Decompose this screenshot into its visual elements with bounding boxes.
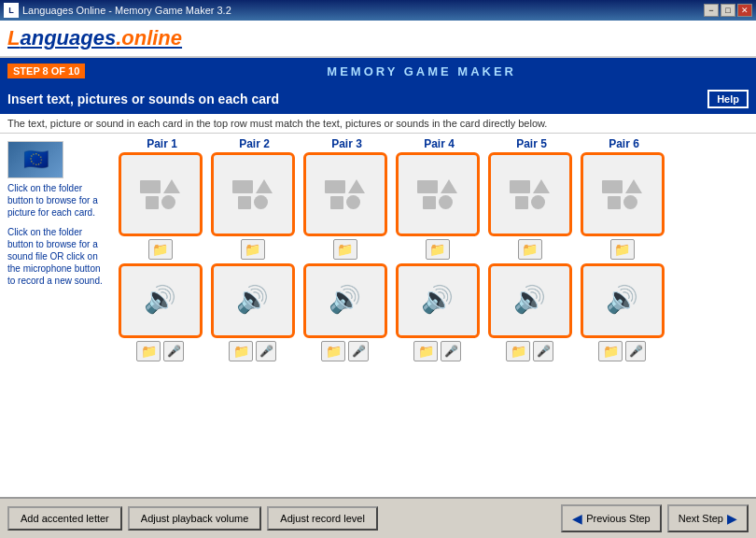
- mic-btn-6[interactable]: 🎤: [625, 341, 646, 361]
- pairs-header-row: Pair 1 Pair 2 Pair 3 Pair 4 Pair 5 Pair …: [116, 137, 752, 150]
- pic-folder-btn-6[interactable]: 📁: [610, 239, 635, 260]
- folder-icon: 📁: [418, 344, 434, 359]
- pic-folder-btn-3[interactable]: 📁: [333, 239, 357, 260]
- pic-card-4-buttons: 📁: [426, 239, 450, 260]
- microphone-icon: 🎤: [629, 345, 643, 358]
- folder-icon: 📁: [522, 242, 538, 257]
- adjust-playback-button[interactable]: Adjust playback volume: [128, 506, 262, 531]
- pic-card-4-image: [396, 152, 480, 236]
- sound-folder-btn-1[interactable]: 📁: [136, 341, 161, 361]
- next-arrow-icon: ▶: [727, 511, 737, 526]
- sound-wave-icon-5: 🔊: [513, 284, 546, 315]
- sound-wave-icon-3: 🔊: [329, 284, 361, 315]
- step-badge: STEP 8 OF 10: [7, 64, 85, 78]
- sidebar: 🇪🇺 Click on the folder button to browse …: [0, 134, 112, 497]
- mic-btn-2[interactable]: 🎤: [256, 341, 276, 361]
- logo-bar: Languages.online: [0, 21, 756, 58]
- folder-icon: 📁: [614, 242, 630, 257]
- mic-btn-5[interactable]: 🎤: [533, 341, 553, 361]
- close-button[interactable]: ✕: [737, 4, 752, 17]
- pic-folder-btn-5[interactable]: 📁: [518, 239, 542, 260]
- instruction-text: Insert text, pictures or sounds on each …: [7, 92, 707, 106]
- folder-icon: 📁: [511, 344, 526, 359]
- sound-wave-icon-6: 🔊: [606, 284, 638, 315]
- pair-header-5: Pair 5: [487, 137, 576, 150]
- sound-wave-icon-4: 🔊: [421, 284, 454, 315]
- app-icon: L: [4, 3, 19, 18]
- sound-card-5: 🔊 📁 🎤: [485, 263, 574, 361]
- sound-folder-btn-5[interactable]: 📁: [506, 341, 530, 361]
- logo-part2: anguages: [20, 26, 116, 50]
- sound-card-2-buttons: 📁 🎤: [229, 341, 276, 361]
- sound-wave-icon-2: 🔊: [236, 284, 269, 315]
- instruction-bar: Insert text, pictures or sounds on each …: [0, 84, 756, 114]
- microphone-icon: 🎤: [352, 345, 366, 358]
- sound-card-3: 🔊 📁 🎤: [301, 263, 389, 361]
- sound-folder-btn-4[interactable]: 📁: [413, 341, 438, 361]
- sound-card-4-area: 🔊: [396, 263, 480, 338]
- pic-card-1-image: [119, 152, 203, 236]
- folder-icon: 📁: [603, 344, 619, 359]
- step-bar: STEP 8 OF 10 MEMORY GAME MAKER: [0, 58, 756, 84]
- logo-part3: .online: [116, 26, 182, 50]
- pic-card-2: 📁: [208, 152, 297, 260]
- placeholder-shapes: [232, 179, 273, 209]
- placeholder-shapes: [602, 179, 642, 209]
- bottom-bar: Add accented letter Adjust playback volu…: [0, 497, 756, 538]
- pair-header-4: Pair 4: [395, 137, 483, 150]
- content-area: 🇪🇺 Click on the folder button to browse …: [0, 134, 756, 497]
- sound-folder-btn-3[interactable]: 📁: [321, 341, 345, 361]
- prev-step-label: Previous Step: [586, 513, 650, 524]
- pic-card-1-buttons: 📁: [148, 239, 173, 260]
- add-accented-letter-button[interactable]: Add accented letter: [7, 506, 122, 531]
- logo-part1: L: [7, 26, 20, 50]
- grid-area: Pair 1 Pair 2 Pair 3 Pair 4 Pair 5 Pair …: [112, 134, 756, 497]
- subtitle: The text, picture or sound in each card …: [0, 114, 756, 134]
- previous-step-button[interactable]: ◀ Previous Step: [561, 504, 661, 532]
- pair-header-3: Pair 3: [302, 137, 391, 150]
- folder-icon: 📁: [429, 242, 445, 257]
- pair-header-6: Pair 6: [580, 137, 668, 150]
- mic-btn-4[interactable]: 🎤: [441, 341, 461, 361]
- sound-folder-btn-6[interactable]: 📁: [598, 341, 623, 361]
- picture-card-row: 📁 📁: [116, 152, 752, 260]
- sound-card-3-buttons: 📁 🎤: [321, 341, 369, 361]
- logo: Languages.online: [7, 26, 182, 50]
- adjust-record-button[interactable]: Adjust record level: [267, 506, 378, 531]
- pic-card-6: 📁: [578, 152, 666, 260]
- sound-card-4-buttons: 📁 🎤: [413, 341, 461, 361]
- mic-btn-1[interactable]: 🎤: [163, 341, 184, 361]
- pair-header-2: Pair 2: [210, 137, 299, 150]
- folder-icon: 📁: [152, 242, 168, 257]
- microphone-icon: 🎤: [537, 345, 551, 358]
- next-step-label: Next Step: [679, 513, 723, 524]
- pic-card-2-buttons: 📁: [241, 239, 265, 260]
- help-button[interactable]: Help: [707, 90, 749, 108]
- sound-card-row: 🔊 📁 🎤 🔊 📁: [116, 263, 752, 361]
- placeholder-shapes: [417, 179, 457, 209]
- maximize-button[interactable]: □: [721, 4, 735, 17]
- pic-folder-btn-4[interactable]: 📁: [426, 239, 450, 260]
- next-step-button[interactable]: Next Step ▶: [667, 504, 749, 532]
- minimize-button[interactable]: −: [704, 4, 719, 17]
- folder-icon: 📁: [337, 242, 353, 257]
- sound-card-1-area: 🔊: [119, 263, 203, 338]
- pic-folder-btn-1[interactable]: 📁: [148, 239, 173, 260]
- sound-card-5-buttons: 📁 🎤: [506, 341, 553, 361]
- sound-card-3-area: 🔊: [303, 263, 387, 338]
- pair-header-1: Pair 1: [118, 137, 206, 150]
- pic-folder-btn-2[interactable]: 📁: [241, 239, 265, 260]
- sound-card-2: 🔊 📁 🎤: [208, 263, 297, 361]
- sidebar-pic-hint: Click on the folder button to browse for…: [7, 182, 105, 219]
- pic-card-3-buttons: 📁: [333, 239, 357, 260]
- pic-card-4: 📁: [393, 152, 482, 260]
- sound-folder-btn-2[interactable]: 📁: [229, 341, 253, 361]
- pic-card-5-image: [488, 152, 572, 236]
- pic-card-1: 📁: [116, 152, 204, 260]
- window-title: Languages Online - Memory Game Maker 3.2: [22, 5, 704, 16]
- mic-btn-3[interactable]: 🎤: [348, 341, 369, 361]
- pic-card-2-image: [211, 152, 295, 236]
- sound-card-6: 🔊 📁 🎤: [578, 263, 666, 361]
- folder-icon: 📁: [233, 344, 249, 359]
- sound-card-6-buttons: 📁 🎤: [598, 341, 646, 361]
